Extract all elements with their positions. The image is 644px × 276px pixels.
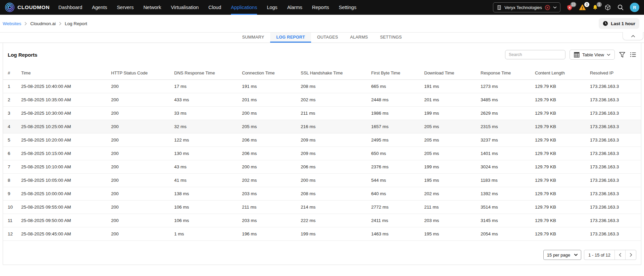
table-cell: 17 ms: [172, 79, 240, 93]
critical-alerts-button[interactable]: 33: [566, 4, 573, 11]
cloudmon-logo-icon: [5, 2, 15, 12]
prev-page-button[interactable]: [614, 250, 625, 260]
clear-tenant-icon[interactable]: [545, 5, 550, 10]
table-cell: 214 ms: [299, 200, 369, 214]
main-nav: DashboardAgentsServersNetworkVirtualisat…: [58, 0, 356, 15]
chevron-down-icon: [607, 54, 610, 56]
table-cell: 129.79 KB: [533, 120, 588, 133]
table-cell: 25-08-2025 10:40:00 AM: [19, 79, 109, 93]
nav-item-virtualisation[interactable]: Virtualisation: [171, 0, 199, 15]
table-cell: 209 ms: [299, 133, 369, 147]
table-cell: 129.79 KB: [533, 133, 588, 147]
tab-settings[interactable]: SETTINGS: [374, 33, 408, 43]
search-button[interactable]: [617, 4, 624, 11]
table-cell: 129.79 KB: [533, 173, 588, 187]
table-cell: 201 ms: [422, 93, 479, 106]
collapse-tabs-button[interactable]: [623, 32, 643, 40]
table-row[interactable]: 925-08-2025 10:00:00 AM200138 ms203 ms20…: [3, 187, 641, 200]
per-page-select[interactable]: 15 per page: [543, 250, 581, 260]
table-row[interactable]: 1225-08-2025 09:45:00 AM2001 ms196 ms199…: [3, 227, 641, 240]
table-cell: 199 ms: [422, 160, 479, 173]
column-header-dns-response-time: DNS Response Time: [172, 66, 240, 79]
table-row[interactable]: 525-08-2025 10:20:00 AM200122 ms206 ms20…: [3, 133, 641, 147]
table-cell: 199 ms: [422, 106, 479, 120]
nav-item-network[interactable]: Network: [143, 0, 161, 15]
tab-outages[interactable]: OUTAGES: [311, 33, 344, 43]
table-cell: 195 ms: [422, 173, 479, 187]
table-cell: 129.79 KB: [533, 214, 588, 227]
chevron-down-icon: [574, 254, 578, 256]
brand-name: CLOUDMON: [17, 4, 50, 10]
table-cell: 1657 ms: [369, 120, 422, 133]
table-cell: 211 ms: [240, 200, 299, 214]
nav-item-servers[interactable]: Servers: [117, 0, 134, 15]
table-row[interactable]: 725-08-2025 10:10:00 AM20043 ms200 ms206…: [3, 160, 641, 173]
tab-log-report[interactable]: LOG REPORT: [270, 33, 311, 43]
table-row[interactable]: 625-08-2025 10:15:00 AM200130 ms206 ms20…: [3, 147, 641, 160]
search-input[interactable]: [505, 50, 565, 59]
table-cell: 10: [3, 200, 19, 214]
table-row[interactable]: 825-08-2025 10:05:00 AM20041 ms202 ms200…: [3, 173, 641, 187]
nav-item-alarms[interactable]: Alarms: [287, 0, 302, 15]
tab-alarms[interactable]: ALARMS: [344, 33, 374, 43]
table-cell: 138 ms: [172, 187, 240, 200]
table-cell: 201 ms: [240, 93, 299, 106]
table-cell: 206 ms: [299, 160, 369, 173]
table-view-button[interactable]: Table View: [569, 50, 615, 60]
log-reports-panel: Log Reports Table View: [3, 43, 641, 265]
nav-item-cloud[interactable]: Cloud: [208, 0, 221, 15]
nav-item-logs[interactable]: Logs: [267, 0, 277, 15]
next-page-button[interactable]: [625, 250, 636, 260]
table-cell: 129.79 KB: [533, 187, 588, 200]
table-cell: 1183 ms: [479, 173, 533, 187]
table-cell: 106 ms: [172, 200, 240, 214]
table-row[interactable]: 1125-08-2025 09:50:00 AM200106 ms203 ms2…: [3, 214, 641, 227]
user-avatar[interactable]: R: [630, 3, 639, 12]
table-row[interactable]: 1025-08-2025 09:55:00 AM200106 ms211 ms2…: [3, 200, 641, 214]
nav-item-applications[interactable]: Applications: [231, 0, 257, 15]
nav-item-settings[interactable]: Settings: [339, 0, 356, 15]
table-cell: 41 ms: [172, 173, 240, 187]
table-cell: 200: [109, 147, 172, 160]
table-cell: 3145 ms: [479, 214, 533, 227]
nav-item-agents[interactable]: Agents: [92, 0, 107, 15]
brand[interactable]: CLOUDMON: [5, 0, 50, 15]
nav-item-dashboard[interactable]: Dashboard: [58, 0, 82, 15]
table-cell: 211 ms: [422, 200, 479, 214]
time-range-button[interactable]: Last 1 hour: [599, 18, 639, 29]
table-row[interactable]: 425-08-2025 10:25:00 AM20032 ms205 ms216…: [3, 120, 641, 133]
tab-summary[interactable]: SUMMARY: [236, 33, 270, 43]
page-title: Log Reports: [8, 52, 37, 58]
nav-item-reports[interactable]: Reports: [312, 0, 329, 15]
tenant-select[interactable]: Veryx Technologies: [493, 2, 560, 12]
table-cell: 205 ms: [240, 120, 299, 133]
table-cell: 2772 ms: [369, 200, 422, 214]
breadcrumb-item-websites[interactable]: Websites: [3, 21, 21, 26]
breadcrumb-item-cloudmon-ai[interactable]: Cloudmon.ai: [30, 21, 56, 26]
table-cell: 196 ms: [240, 227, 299, 240]
table-row[interactable]: 225-08-2025 10:35:00 AM200433 ms201 ms20…: [3, 93, 641, 106]
table-cell: 25-08-2025 10:05:00 AM: [19, 173, 109, 187]
notifications-badge: 1: [597, 2, 602, 7]
per-page-label: 15 per page: [547, 253, 570, 258]
table-cell: 106 ms: [172, 214, 240, 227]
critical-alerts-badge: 33: [571, 2, 576, 7]
table-row[interactable]: 325-08-2025 10:30:00 AM20033 ms200 ms211…: [3, 106, 641, 120]
apps-button[interactable]: [604, 4, 611, 11]
table-cell: 1: [3, 79, 19, 93]
table-row[interactable]: 125-08-2025 10:40:00 AM20017 ms191 ms208…: [3, 79, 641, 93]
column-header-number: #: [3, 66, 19, 79]
table-cell: 173.236.163.3: [588, 120, 641, 133]
table-cell: 206 ms: [240, 147, 299, 160]
table-cell: 1273 ms: [479, 79, 533, 93]
warning-alerts-button[interactable]: 0: [579, 4, 586, 11]
column-header-ssl-handshake-time: SSL Handshake Time: [299, 66, 369, 79]
column-header-response-time: Response Time: [479, 66, 533, 79]
table-cell: 200: [109, 160, 172, 173]
table-cell: 5: [3, 133, 19, 147]
table-cell: 3514 ms: [479, 200, 533, 214]
column-list-button[interactable]: [630, 52, 636, 58]
table-cell: 7: [3, 160, 19, 173]
filter-button[interactable]: [619, 52, 626, 58]
notifications-button[interactable]: 1: [592, 4, 598, 11]
